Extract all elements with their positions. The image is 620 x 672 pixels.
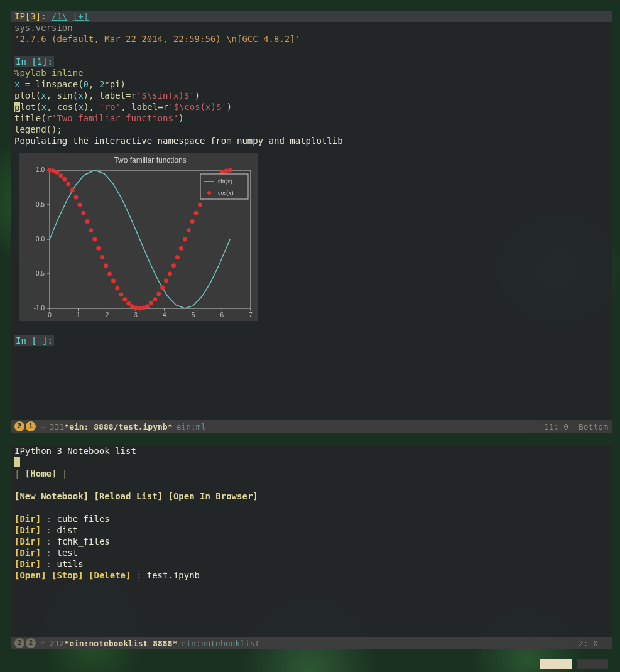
svg-point-32 [58,173,63,178]
svg-text:0.0: 0.0 [36,236,45,242]
dir-button[interactable]: [Dir] [14,548,41,558]
svg-text:7: 7 [249,312,253,318]
dir-button[interactable]: [Dir] [14,525,41,535]
scroll-pos: Bottom [579,422,608,431]
cell-prompt-1: In [1]: [14,56,54,67]
svg-point-33 [62,177,67,182]
taskbar-thumbs [540,659,613,672]
window-badge-2[interactable]: 1 [26,421,36,431]
list-item[interactable]: [Dir] : cube_files [14,513,608,524]
svg-point-36 [74,195,79,199]
svg-text:cos(x): cos(x) [218,189,233,197]
cursor-pos-bot: 2: 0 [579,639,598,648]
svg-text:1.0: 1.0 [36,166,45,173]
list-item[interactable]: [Dir] : dist [14,524,608,536]
open-browser-button[interactable]: [Open In Browser] [168,491,258,501]
svg-point-58 [156,291,161,296]
svg-point-64 [179,246,183,251]
svg-point-34 [66,182,70,187]
window-badge-b1[interactable]: 2 [14,638,24,648]
major-mode-bot: ein:notebooklist [181,639,259,648]
list-item[interactable]: [Dir] : fchk_files [14,536,608,547]
svg-point-37 [78,203,82,207]
text-cursor: p [14,102,20,112]
nb-delete-button[interactable]: [Delete] [89,570,131,580]
nb-open-button[interactable]: [Open] [14,570,46,580]
nb-name: test.ipynb [147,570,200,580]
svg-point-59 [160,286,165,290]
svg-point-35 [70,188,75,192]
list-item[interactable]: [Dir] : utils [14,558,608,570]
editor-pane-bottom[interactable]: IPython 3 Notebook list | [Home] | [New … [11,445,612,649]
svg-point-30 [51,169,55,173]
list-item[interactable]: [Dir] : test [14,547,608,558]
out-l1: sys.version [14,23,73,33]
svg-text:0.5: 0.5 [36,201,45,208]
svg-point-53 [138,306,142,311]
svg-point-63 [175,255,180,259]
modeline-top: 2 1 — 331 *ein: 8888/test.ipynb* ein:ml … [11,420,612,433]
reload-list-button[interactable]: [Reload List] [94,491,163,501]
svg-point-41 [92,237,97,242]
svg-point-52 [134,305,138,310]
svg-point-67 [190,219,195,224]
svg-point-69 [198,203,202,207]
svg-point-29 [48,168,52,173]
cell-prompt-empty: In [ ]: [14,335,54,346]
dir-button[interactable]: [Dir] [14,536,41,546]
svg-text:5: 5 [192,312,195,318]
home-link[interactable]: [Home] [25,469,57,479]
dir-button[interactable]: [Dir] [14,559,41,569]
window-badge-b2[interactable]: 2 [26,638,36,648]
svg-point-44 [104,263,108,268]
svg-text:sin(x): sin(x) [218,178,232,185]
svg-point-77 [228,168,232,173]
svg-point-62 [171,263,176,268]
svg-text:4: 4 [163,312,166,318]
new-notebook-button[interactable]: [New Notebook] [14,491,89,501]
svg-point-61 [168,272,172,276]
svg-point-43 [100,255,104,259]
taskbar-thumb-2[interactable] [577,659,608,669]
svg-point-48 [119,293,123,297]
editor-pane-top[interactable]: IP[3]: /1\ [+] sys.version '2.7.6 (defau… [11,11,612,433]
svg-point-51 [130,304,134,308]
svg-point-40 [89,228,93,232]
svg-text:2: 2 [106,312,109,318]
populate-msg: Populating the interactive namespace fro… [14,136,343,146]
svg-point-45 [107,272,112,276]
taskbar-thumb-1[interactable] [540,659,572,669]
empty-cell[interactable]: In [ ]: [11,323,612,346]
svg-text:0: 0 [48,312,52,318]
nb-stop-button[interactable]: [Stop] [52,570,84,580]
worksheet-header: IP[3]: /1\ [+] [11,11,612,22]
svg-text:Two familiar functions: Two familiar functions [114,156,186,165]
window-badge-1[interactable]: 2 [14,421,24,431]
svg-point-66 [187,228,191,232]
svg-point-81 [207,191,211,195]
svg-point-38 [81,211,85,215]
major-mode: ein:ml [177,422,206,431]
line-num: 331 [50,422,64,431]
code-area[interactable]: sys.version '2.7.6 (default, Mar 22 2014… [11,22,612,146]
svg-point-56 [149,301,153,305]
notebook-list: IPython 3 Notebook list | [Home] | [New … [11,445,612,581]
svg-point-65 [183,237,187,242]
buffer-name: *ein: 8888/test.ipynb* [64,422,172,431]
svg-point-46 [111,279,116,283]
modeline-bottom: 2 2 * 212 *ein:notebooklist 8888* ein:no… [11,637,612,649]
svg-text:6: 6 [220,312,224,318]
svg-point-31 [55,170,59,175]
code-l1: %pylab inline [14,68,84,78]
text-cursor-bot [14,457,20,467]
buffer-name-bot: *ein:notebooklist 8888* [64,639,177,648]
add-worksheet-button[interactable]: [+] [73,11,89,21]
nblist-title: IPython 3 Notebook list [14,446,136,456]
svg-point-55 [145,304,150,308]
worksheet-sel[interactable]: /1\ [52,11,67,21]
dir-button[interactable]: [Dir] [14,514,41,524]
svg-point-68 [194,211,199,215]
out-l2: '2.7.6 (default, Mar 22 2014, 22:59:56) … [14,34,300,44]
svg-point-57 [153,297,157,301]
svg-point-47 [115,286,119,291]
